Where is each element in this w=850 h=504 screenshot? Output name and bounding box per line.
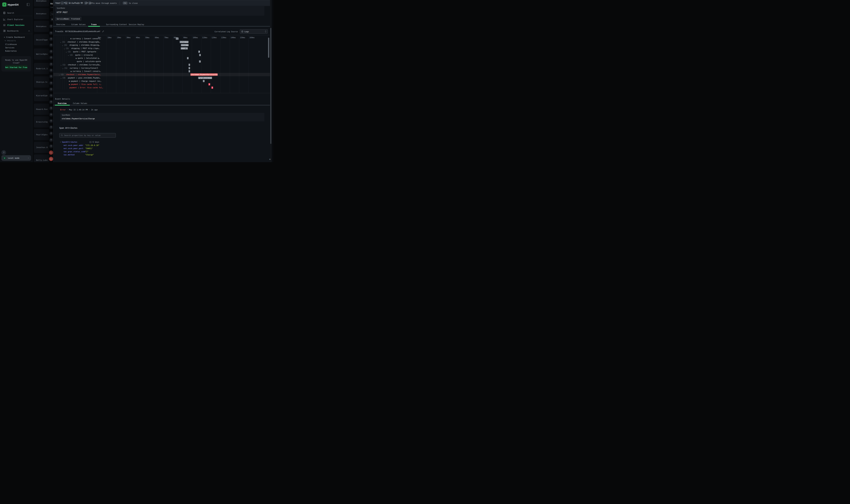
row-chevron-icon[interactable]: ⌄ bbox=[62, 67, 64, 69]
location-pin-icon[interactable] bbox=[49, 50, 53, 54]
service-name-chip[interactable]: ServiceName: frontend bbox=[55, 17, 82, 21]
location-pin-icon[interactable] bbox=[49, 100, 53, 104]
session-list-item[interactable]: Jonathan.B bbox=[34, 142, 49, 153]
row-chevron-icon[interactable]: ⌄ bbox=[68, 54, 69, 56]
location-pin-icon[interactable] bbox=[49, 68, 53, 72]
row-chevron-icon[interactable]: ⌄ bbox=[66, 51, 67, 53]
attribute-row[interactable]: rpc.grpc.status_code "2" bbox=[64, 150, 185, 154]
span-duration-bar[interactable]: oteldemo.PaymentService/Char bbox=[191, 73, 218, 76]
attribute-row[interactable]: rpc.method "Charge" bbox=[64, 154, 185, 157]
sidebar-collapse-icon[interactable] bbox=[26, 3, 30, 6]
session-list-item[interactable]: Deion37@gm bbox=[34, 34, 49, 46]
span-tree-row[interactable]: ▤ quote | Calculated q… bbox=[53, 57, 270, 60]
location-pin-icon[interactable] bbox=[49, 138, 53, 142]
session-list-item[interactable]: Ernesto33@ bbox=[34, 116, 49, 127]
location-pin-icon[interactable] bbox=[49, 56, 53, 60]
session-list-item[interactable]: Kieran92@h bbox=[34, 90, 49, 101]
span-duration-bar[interactable]: V bbox=[209, 83, 210, 86]
row-chevron-icon[interactable]: ⌄ bbox=[62, 44, 63, 46]
span-tree-row[interactable]: ⌄ (1) checkout | oteldemo.CurrencySe… bbox=[53, 63, 270, 67]
session-list-item[interactable]: Shaniya.Sc bbox=[34, 76, 49, 88]
sidebar-item-chart-explorer[interactable]: Chart Explorer bbox=[0, 17, 33, 22]
span-duration-bar[interactable]: ( bbox=[203, 80, 204, 82]
session-list-item[interactable]: Howard.Run bbox=[34, 104, 49, 115]
session-list-item[interactable]: Walton9@ho bbox=[34, 49, 49, 60]
user-menu[interactable]: U Local mode › bbox=[1, 155, 31, 161]
span-duration-bar[interactable]: ( bbox=[188, 70, 190, 72]
location-pin-icon[interactable] bbox=[49, 43, 53, 47]
span-duration-bar[interactable]: oteldemo. bbox=[180, 41, 188, 43]
span-duration-bar[interactable]: ( bbox=[188, 64, 190, 66]
location-pin-icon[interactable] bbox=[49, 87, 53, 91]
span-duration-bar[interactable]: E bbox=[211, 87, 213, 89]
location-pin-icon[interactable] bbox=[49, 24, 53, 28]
session-list-item[interactable]: Anonymous bbox=[34, 0, 49, 6]
waterfall-scrollbar[interactable] bbox=[268, 38, 269, 58]
hidden-panel-button[interactable]: H bbox=[51, 17, 53, 21]
attributes-root-row[interactable]: ▾ SpanAttributes {} 6 keys bbox=[60, 141, 99, 143]
session-list-item[interactable]: Roderick_S bbox=[34, 63, 49, 74]
span-tree-row[interactable]: ⌄ (1) shipping | oteldemo.Shipping… bbox=[53, 43, 270, 47]
span-duration-bar[interactable]: c bbox=[199, 60, 201, 62]
span-tree-row[interactable]: ▤ currency | Convert convers… bbox=[53, 70, 270, 73]
span-tree-row[interactable]: ⌄ (1) currency | Currency/Convert bbox=[53, 67, 270, 70]
session-list-item[interactable]: Anonymous bbox=[34, 8, 49, 19]
location-pin-icon[interactable] bbox=[49, 113, 53, 117]
tab-trace[interactable]: Trace bbox=[91, 23, 97, 25]
location-pin-icon[interactable] bbox=[49, 106, 53, 110]
row-chevron-icon[interactable]: ⌄ bbox=[60, 77, 61, 79]
sidebar-item-search[interactable]: Search bbox=[0, 10, 33, 16]
session-list-item[interactable]: Dolly.Lubo bbox=[34, 155, 49, 162]
span-tree-row[interactable]: ⌄ (2) quote | {closure} bbox=[53, 53, 270, 57]
span-tree-row[interactable]: ⌄ (1) checkout | oteldemo.ShippingSe… bbox=[53, 40, 270, 43]
location-pin-icon[interactable] bbox=[49, 125, 53, 129]
span-tree-row[interactable]: ▤ currency | Convert convers… bbox=[53, 37, 270, 40]
location-pin-icon[interactable] bbox=[49, 31, 53, 35]
attributes-search-input[interactable]: Search properties by key or value bbox=[59, 133, 116, 138]
span-duration-bar[interactable]: C bbox=[187, 57, 188, 59]
event-tab-column-values[interactable]: Column Values bbox=[73, 102, 87, 104]
tab-session-replay[interactable]: Session Replay bbox=[129, 23, 144, 25]
span-duration-bar[interactable]: grpc.oteldemo. bbox=[198, 77, 212, 79]
span-duration-bar[interactable]: P bbox=[198, 51, 200, 53]
span-tree-row[interactable]: ⌄ (3) payment | grpc.oteldemo.Paymen… bbox=[53, 76, 270, 79]
panel-scrollbar[interactable] bbox=[270, 0, 272, 162]
event-tab-overview[interactable]: Overview bbox=[58, 102, 67, 104]
location-pin-icon[interactable] bbox=[49, 144, 53, 148]
span-tree-row[interactable]: ⌄ (1) quote | POST /getquote bbox=[53, 50, 270, 53]
span-tree-row[interactable]: payment | Error: Visa cache ful… bbox=[53, 86, 270, 89]
row-chevron-icon[interactable]: ⌄ bbox=[60, 41, 61, 43]
log-source-select[interactable]: Logs bbox=[240, 29, 268, 34]
sidebar-item-client-sessions[interactable]: Client Sessions bbox=[0, 22, 33, 28]
tree-expand-icon[interactable]: ▾ bbox=[60, 141, 61, 143]
edit-pencil-icon[interactable] bbox=[102, 30, 104, 33]
location-pin-icon[interactable] bbox=[49, 62, 53, 66]
row-chevron-icon[interactable]: ⌄ bbox=[59, 74, 60, 75]
span-tree-row[interactable]: ⌄ (1) shipping | POST http://quo… bbox=[53, 47, 270, 50]
location-pin-icon[interactable] bbox=[49, 131, 53, 136]
help-button[interactable]: ? bbox=[1, 150, 6, 155]
sidebar-item-dashboards[interactable]: Dashboards bbox=[0, 28, 33, 34]
session-list-item[interactable]: Anonymous bbox=[34, 21, 49, 32]
console-error-icon[interactable] bbox=[49, 157, 53, 161]
create-dashboard-button[interactable]: + Create Dashboard bbox=[0, 35, 33, 39]
row-chevron-icon[interactable]: ⌄ bbox=[64, 48, 65, 49]
session-list-item[interactable]: Pearl43@ho bbox=[34, 129, 49, 140]
attribute-row[interactable]: net.sock.peer.addr "172.28.0.10" bbox=[64, 144, 185, 147]
span-duration-bar[interactable]: { bbox=[199, 54, 201, 56]
tab-surrounding-context[interactable]: Surrounding Context bbox=[106, 23, 127, 25]
span-duration-bar[interactable]: oteldem bbox=[181, 44, 188, 46]
row-chevron-icon[interactable]: ⌄ bbox=[60, 64, 61, 66]
tab-overview[interactable]: Overview bbox=[56, 23, 65, 25]
preset-item[interactable]: Kubernetes bbox=[0, 49, 33, 53]
span-duration-bar[interactable]: ( bbox=[188, 67, 190, 69]
tab-column-values[interactable]: Column Values bbox=[71, 23, 86, 25]
attribute-row[interactable]: net.sock.peer.port "50051" bbox=[64, 147, 185, 150]
network-event-icon[interactable] bbox=[49, 150, 53, 155]
presets-section-toggle[interactable]: PRESETS bbox=[0, 39, 33, 42]
location-pin-icon[interactable] bbox=[49, 81, 53, 85]
location-pin-icon[interactable] bbox=[49, 74, 53, 78]
span-duration-bar[interactable] bbox=[176, 37, 179, 40]
location-pin-icon[interactable] bbox=[49, 37, 53, 41]
location-pin-icon[interactable] bbox=[49, 94, 53, 98]
